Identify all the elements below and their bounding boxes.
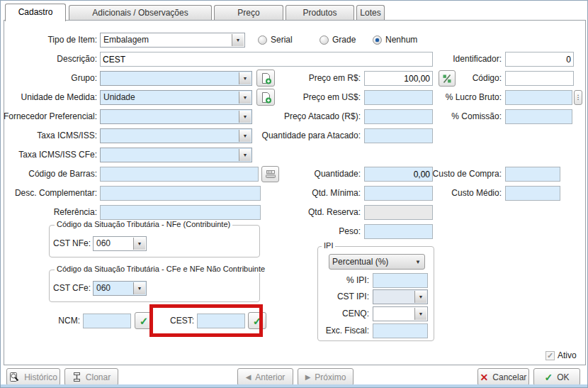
lucro-bruto-label: % Lucro Bruto: <box>410 90 502 105</box>
codigo-label: Código: <box>410 71 502 86</box>
proximo-button[interactable]: ▶ Próximo <box>298 368 354 386</box>
desc-complementar-label: Desc. Complementar: <box>1 186 97 201</box>
qtd-atacado-label: Quantidade para Atacado: <box>261 128 361 143</box>
taxa-icms-select[interactable]: ▼ <box>100 128 252 143</box>
radio-nenhum-label: Nenhum <box>385 33 417 48</box>
codigo-barras-field[interactable] <box>100 167 259 182</box>
ncm-field[interactable] <box>83 314 131 328</box>
ok-check-icon: ✓ <box>544 372 553 382</box>
tab-preco-promocional[interactable]: Preço Promocional <box>214 5 283 21</box>
check-icon: ✓ <box>140 316 149 326</box>
qtd-atacado-field[interactable] <box>364 128 433 143</box>
cst-nfe-select[interactable]: 060 ▼ <box>93 236 147 251</box>
tipo-de-item-label: Tipo de Item: <box>1 33 97 48</box>
cst-ipi-select[interactable]: ▼ <box>373 289 428 304</box>
qtd-reserva-field <box>364 205 433 220</box>
tipo-de-item-value: Embalagem <box>103 33 149 47</box>
tipo-de-item-select[interactable]: Embalagem ▼ <box>100 33 245 48</box>
anterior-button[interactable]: ◀ Anterior <box>237 368 293 386</box>
exc-fiscal-label: Exc. Fiscal: <box>305 323 369 338</box>
dropdown-arrow-icon[interactable]: ▼ <box>414 308 426 320</box>
comissao-label: % Comissão: <box>410 109 502 124</box>
descricao-field[interactable] <box>100 52 433 67</box>
radio-serial-label: Serial <box>271 33 293 48</box>
ok-label: OK <box>557 372 569 382</box>
previous-arrow-icon: ◀ <box>246 374 251 381</box>
ativo-checkbox: ✓ <box>545 351 555 360</box>
dropdown-arrow-icon[interactable]: ▼ <box>239 130 251 142</box>
peso-field[interactable] <box>364 224 433 239</box>
ipi-mode-value: Percentual (%) <box>332 255 388 269</box>
groupbox-cst-nfe-title: Código da Situação Tributária - NFe (Con… <box>55 220 232 228</box>
cancelar-label: Cancelar <box>492 372 526 382</box>
history-document-icon <box>9 372 20 382</box>
custo-medio-label: Custo Médio: <box>410 186 502 201</box>
tab-cadastro[interactable]: Cadastro <box>5 4 66 21</box>
lucro-bruto-more-button[interactable]: ⋮ <box>574 90 582 105</box>
preco-rs-label: Preço em R$: <box>261 71 361 86</box>
radio-nenhum[interactable] <box>373 35 382 45</box>
cst-cfe-select[interactable]: 060 ▼ <box>93 281 147 296</box>
historico-label: Histórico <box>24 372 57 382</box>
ncm-validate-button[interactable]: ✓ <box>135 312 153 329</box>
cenq-label: CENQ: <box>305 306 369 321</box>
ativo-label: Ativo <box>558 348 577 363</box>
dropdown-arrow-icon[interactable]: ▼ <box>239 72 251 84</box>
identificador-label: Identificador: <box>410 52 502 67</box>
ellipsis-icon: ⋮ <box>575 94 582 101</box>
clone-press-icon <box>72 372 81 382</box>
dropdown-arrow-icon[interactable]: ▼ <box>414 291 426 303</box>
cenq-select[interactable]: ▼ <box>373 306 428 321</box>
grupo-label: Grupo: <box>1 71 97 86</box>
dropdown-arrow-icon[interactable]: ▼ <box>239 92 251 104</box>
tab-adicionais-observacoes[interactable]: Adicionais / Observações <box>69 5 212 21</box>
peso-label: Peso: <box>261 224 361 239</box>
dropdown-arrow-icon[interactable]: ▼ <box>232 34 244 46</box>
taxa-icms-cfe-select[interactable]: ▼ <box>100 148 252 162</box>
dropdown-arrow-icon[interactable]: ▼ <box>239 111 251 123</box>
dropdown-arrow-icon[interactable]: ▼ <box>239 149 251 161</box>
tab-lotes[interactable]: Lotes <box>356 5 385 21</box>
exc-fiscal-field[interactable] <box>373 323 428 338</box>
radio-grade[interactable] <box>320 35 329 45</box>
preco-atacado-label: Preço Atacado (R$): <box>261 109 361 124</box>
qtd-minima-label: Qtd. Mínima: <box>261 186 361 201</box>
referencia-field[interactable] <box>100 205 261 220</box>
grupo-select[interactable]: ▼ <box>100 71 252 86</box>
referencia-label: Referência: <box>1 205 97 220</box>
desc-complementar-field[interactable] <box>100 186 261 201</box>
fornecedor-label: Fornecedor Preferencial: <box>1 109 97 124</box>
radio-serial[interactable] <box>258 35 267 45</box>
codigo-field[interactable] <box>505 71 574 86</box>
historico-button[interactable]: Histórico <box>6 368 60 386</box>
taxa-icms-label: Taxa ICMS/ISS: <box>1 128 97 143</box>
cancel-x-icon: ✕ <box>480 372 489 382</box>
custo-medio-field[interactable] <box>505 186 560 201</box>
dropdown-arrow-icon[interactable]: ▼ <box>412 255 424 268</box>
ipi-pct-label: % IPI: <box>305 273 369 288</box>
cancelar-button[interactable]: ✕ Cancelar <box>477 368 529 386</box>
tab-produtos-similares[interactable]: Produtos Similares <box>285 5 354 21</box>
ipi-pct-field[interactable] <box>373 273 428 288</box>
lucro-bruto-field[interactable] <box>505 90 572 105</box>
ipi-mode-select[interactable]: Percentual (%) ▼ <box>329 254 425 270</box>
cest-validate-button[interactable]: ✓ <box>248 312 266 329</box>
dropdown-arrow-icon[interactable]: ▼ <box>133 282 145 294</box>
next-arrow-icon: ▶ <box>305 374 311 381</box>
comissao-field[interactable] <box>505 109 572 124</box>
radio-grade-label: Grade <box>332 33 356 48</box>
identificador-field[interactable] <box>505 52 574 67</box>
fornecedor-select[interactable]: ▼ <box>100 109 252 124</box>
clonar-button[interactable]: Clonar <box>64 368 118 386</box>
clonar-label: Clonar <box>86 372 111 382</box>
cst-nfe-value: 060 <box>96 237 111 250</box>
cest-field[interactable] <box>197 314 245 328</box>
dropdown-arrow-icon[interactable]: ▼ <box>133 238 145 250</box>
unidade-medida-select[interactable]: Unidade ▼ <box>100 90 252 105</box>
anterior-label: Anterior <box>255 372 285 382</box>
ok-button[interactable]: ✓ OK <box>533 368 580 386</box>
preco-us-label: Preço em US$: <box>261 90 361 105</box>
custo-compra-field[interactable] <box>505 167 560 182</box>
proximo-label: Próximo <box>315 372 346 382</box>
cst-ipi-label: CST IPI: <box>305 289 369 304</box>
